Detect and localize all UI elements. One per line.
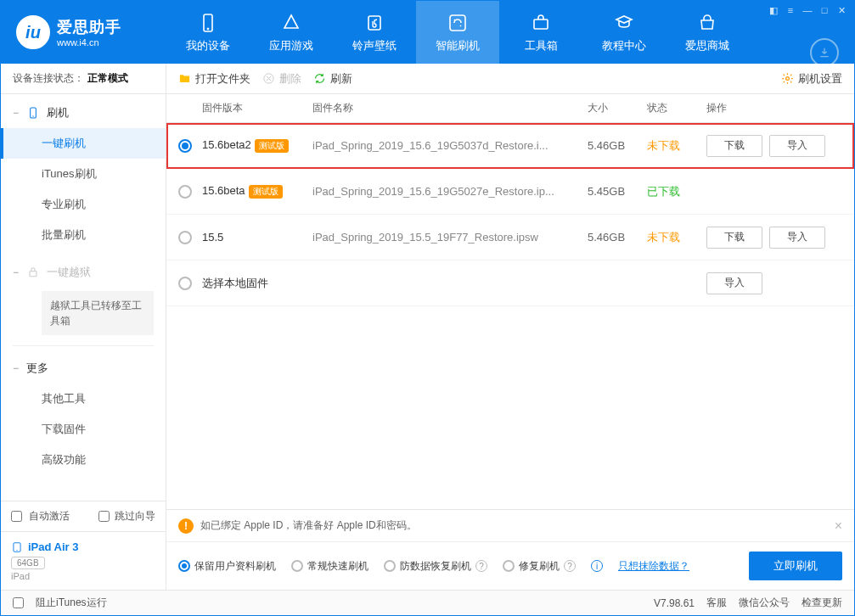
svg-point-9 <box>16 549 17 550</box>
skin-icon[interactable]: ◧ <box>768 4 779 16</box>
flash-options: 保留用户资料刷机 常规快速刷机 防数据恢复刷机? 修复刷机? i 只想抹除数据？… <box>166 542 854 590</box>
sidebar-item-other-tools[interactable]: 其他工具 <box>1 384 166 414</box>
device-name[interactable]: iPad Air 3 <box>11 540 155 553</box>
import-button[interactable]: 导入 <box>706 272 762 294</box>
firmware-name: iPad_Spring_2019_15.5_19F77_Restore.ipsw <box>312 231 588 244</box>
help-icon[interactable]: ? <box>475 560 487 572</box>
tab-ringtone[interactable]: 铃声壁纸 <box>333 1 416 64</box>
storage-badge: 64GB <box>11 557 45 569</box>
firmware-status: 未下载 <box>647 230 706 245</box>
tab-apps[interactable]: 应用游戏 <box>250 1 333 64</box>
radio-icon <box>178 560 190 572</box>
firmware-size: 5.46GB <box>588 139 647 152</box>
app-url: www.i4.cn <box>57 37 121 48</box>
toolbar: 打开文件夹 删除 刷新 刷机设置 <box>166 64 854 94</box>
table-header: 固件版本 固件名称 大小 状态 操作 <box>166 94 854 123</box>
tab-store[interactable]: 爱思商城 <box>666 1 749 64</box>
sidebar-item-batch-flash[interactable]: 批量刷机 <box>1 220 166 250</box>
sidebar: 设备连接状态： 正常模式 − 刷机 一键刷机 iTunes刷机 专业刷机 批量刷… <box>1 64 166 590</box>
tab-my-device[interactable]: 我的设备 <box>166 1 250 64</box>
refresh-button[interactable]: 刷新 <box>313 71 352 87</box>
logo: 爱思助手 www.i4.cn <box>1 15 166 49</box>
window-controls: ◧ ≡ — □ ✕ <box>761 1 854 20</box>
tab-tutorials[interactable]: 教程中心 <box>582 1 666 64</box>
update-link[interactable]: 检查更新 <box>802 596 842 610</box>
tablet-icon <box>11 541 23 553</box>
import-button[interactable]: 导入 <box>769 227 825 249</box>
erase-data-link[interactable]: 只想抹除数据？ <box>618 559 689 574</box>
row-radio[interactable] <box>178 139 192 153</box>
delete-button[interactable]: 删除 <box>262 71 301 87</box>
svg-point-11 <box>786 77 790 81</box>
sidebar-item-advanced[interactable]: 高级功能 <box>1 445 166 475</box>
opt-repair-flash[interactable]: 修复刷机? <box>503 559 576 574</box>
sidebar-more-header[interactable]: − 更多 <box>1 353 166 384</box>
firmware-row[interactable]: 15.6beta2测试版 iPad_Spring_2019_15.6_19G50… <box>166 123 854 169</box>
flash-settings-button[interactable]: 刷机设置 <box>781 71 842 87</box>
maximize-icon[interactable]: □ <box>818 4 830 16</box>
warning-close-button[interactable]: × <box>835 518 842 534</box>
app-title: 爱思助手 <box>57 17 121 37</box>
version-text: 15.6beta <box>202 184 245 197</box>
download-button[interactable]: 下载 <box>706 135 762 157</box>
download-manager-button[interactable] <box>810 38 839 67</box>
firmware-status: 已下载 <box>647 184 706 199</box>
import-button[interactable]: 导入 <box>769 135 825 157</box>
sidebar-item-itunes-flash[interactable]: iTunes刷机 <box>1 159 166 189</box>
warning-icon: ! <box>178 518 194 534</box>
firmware-row[interactable]: 选择本地固件 导入 <box>166 260 854 306</box>
device-type: iPad <box>11 571 155 581</box>
warning-bar: ! 如已绑定 Apple ID，请准备好 Apple ID和密码。 × <box>166 510 854 542</box>
sidebar-flash-header[interactable]: − 刷机 <box>1 98 166 128</box>
opt-anti-recovery[interactable]: 防数据恢复刷机? <box>384 559 487 574</box>
row-radio[interactable] <box>178 277 192 290</box>
block-itunes-checkbox[interactable] <box>13 597 24 608</box>
tab-toolbox[interactable]: 工具箱 <box>499 1 582 64</box>
download-button[interactable]: 下载 <box>706 227 762 249</box>
sidebar-item-download-firmware[interactable]: 下载固件 <box>1 414 166 445</box>
svg-rect-3 <box>450 15 465 31</box>
connection-status: 设备连接状态： 正常模式 <box>1 64 166 94</box>
open-folder-button[interactable]: 打开文件夹 <box>178 71 250 87</box>
auto-activate-row: 自动激活 跳过向导 <box>1 501 166 532</box>
menu-icon[interactable]: ≡ <box>785 4 796 16</box>
refresh-icon <box>313 72 326 85</box>
version-label: V7.98.61 <box>654 597 695 609</box>
device-info: iPad Air 3 64GB iPad <box>1 532 166 590</box>
minimize-icon[interactable]: — <box>802 4 813 16</box>
skip-guide-checkbox[interactable] <box>98 511 110 522</box>
firmware-row[interactable]: 15.5 iPad_Spring_2019_15.5_19F77_Restore… <box>166 215 854 260</box>
collapse-icon: − <box>13 266 21 278</box>
svg-rect-4 <box>534 20 548 29</box>
beta-badge: 测试版 <box>249 185 283 199</box>
close-icon[interactable]: ✕ <box>835 4 847 16</box>
opt-keep-data[interactable]: 保留用户资料刷机 <box>178 559 276 574</box>
auto-activate-checkbox[interactable] <box>11 511 22 522</box>
row-radio[interactable] <box>178 185 192 199</box>
firmware-list: 15.6beta2测试版 iPad_Spring_2019_15.6_19G50… <box>166 123 854 306</box>
radio-icon <box>384 560 396 572</box>
radio-icon <box>503 560 515 572</box>
version-text: 选择本地固件 <box>202 277 268 289</box>
sidebar-jailbreak-header[interactable]: − 一键越狱 <box>1 257 166 288</box>
beta-badge: 测试版 <box>255 139 289 153</box>
svg-point-1 <box>207 28 209 30</box>
phone-icon <box>26 106 40 120</box>
sidebar-item-oneclick-flash[interactable]: 一键刷机 <box>1 128 166 159</box>
opt-normal-flash[interactable]: 常规快速刷机 <box>291 559 368 574</box>
radio-icon <box>291 560 303 572</box>
wechat-link[interactable]: 微信公众号 <box>739 596 790 610</box>
main-content: 打开文件夹 删除 刷新 刷机设置 固件版本 固件名称 大小 状态 操作 <box>166 64 854 590</box>
logo-icon <box>16 15 50 49</box>
row-radio[interactable] <box>178 231 192 244</box>
svg-point-6 <box>32 115 33 116</box>
flash-now-button[interactable]: 立即刷机 <box>749 552 842 580</box>
firmware-status: 未下载 <box>647 138 706 154</box>
sidebar-item-pro-flash[interactable]: 专业刷机 <box>1 189 166 220</box>
help-icon[interactable]: ? <box>564 560 576 572</box>
support-link[interactable]: 客服 <box>706 596 727 610</box>
tab-smart-flash[interactable]: 智能刷机 <box>416 1 499 64</box>
firmware-name: iPad_Spring_2019_15.6_19G5027e_Restore.i… <box>312 185 588 198</box>
firmware-name: iPad_Spring_2019_15.6_19G5037d_Restore.i… <box>312 139 588 152</box>
firmware-row[interactable]: 15.6beta测试版 iPad_Spring_2019_15.6_19G502… <box>166 169 854 215</box>
